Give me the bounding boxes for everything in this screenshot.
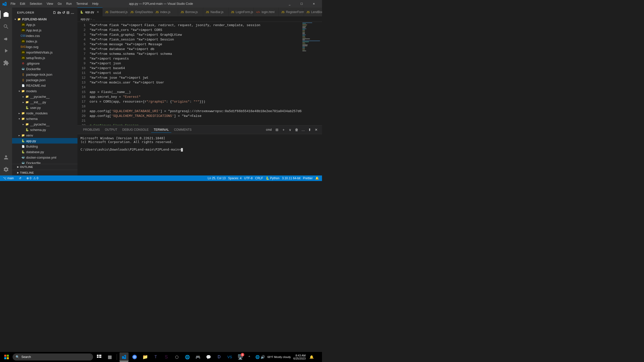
menu-terminal[interactable]: Terminal [74,2,90,6]
tree-item-app-js[interactable]: JSApp.js [12,22,77,27]
tree-item-user-py[interactable]: 🐍user.py [12,105,77,110]
refresh-icon[interactable]: ↺ [62,11,65,15]
eol-status[interactable]: CRLF [254,175,264,181]
code-editor[interactable]: 1"kw">from flask "kw">import Flask, redi… [77,22,302,125]
tree-item-readme-md[interactable]: 📄README.md [12,83,77,88]
explorer-activity-icon[interactable] [0,9,12,21]
menu-view[interactable]: View [45,2,55,6]
tab-apppy[interactable]: 🐍 app.py ✕ [77,8,103,16]
menu-help[interactable]: Help [90,2,101,6]
git-branch-status[interactable]: ⌥ main [2,175,15,181]
run-debug-activity-icon[interactable] [0,45,12,57]
tab-dashboardjs[interactable]: JS Dashboard.js [103,8,128,16]
tree-item-app-test-js[interactable]: JSApp.test.js [12,27,77,33]
extensions-activity-icon[interactable] [0,57,12,69]
menu-file[interactable]: File [9,2,17,6]
maximize-panel-icon[interactable]: ⬆ [307,127,312,132]
split-terminal-icon[interactable]: ⊞ [274,127,280,132]
timeline-header[interactable]: ▶ TIMELINE [12,170,77,175]
tab-lendborrowlan[interactable]: JS LendBorrowLan... [304,8,322,16]
tab-loginformjs[interactable]: JS LoginForm.js [228,8,254,16]
line-number-4: 4 [77,37,90,42]
file-type-icon: JS [21,28,25,32]
language-status[interactable]: 🐍 Python [265,175,280,181]
tree-item-reportwebvitals-js[interactable]: JSreportWebVitals.js [12,50,77,55]
tree-item-docker-compose-yml[interactable]: 🐳docker-compose.yml [12,155,77,160]
tree-item-models[interactable]: ▾📁models [12,88,77,94]
encoding-status[interactable]: UTF-8 [243,175,254,181]
tree-item-p2plend-main[interactable]: ▾📁P2PLEND-MAIN [12,16,77,22]
tree-item-dockerfile[interactable]: 🐳Dockerfile [12,160,77,164]
tab-loginhtml[interactable]: </> login.html [254,8,279,16]
tab-borrowjs[interactable]: JS Borrow.js [178,8,203,16]
panel-tab-output[interactable]: OUTPUT [102,127,120,133]
cursor-position-status[interactable]: Ln 25, Col 13 [207,175,226,181]
tree-item---pycache--[interactable]: ▸📁__pycache__ [12,94,77,99]
tree-item---init---py[interactable]: ▸📁__init__.py [12,99,77,105]
panel-tab-problems[interactable]: PROBLEMS [80,127,102,133]
panel-tab-terminal[interactable]: TERMINAL [151,127,172,133]
panel-tab-debug-console[interactable]: DEBUG CONSOLE [120,127,151,133]
tree-item-index-css[interactable]: CSSindex.css [12,33,77,38]
settings-activity-icon[interactable] [0,163,12,175]
sync-status[interactable]: ↺ [18,175,22,181]
indentation-status[interactable]: Spaces: 4 [227,175,243,181]
new-folder-icon[interactable]: 🗁 [57,11,61,15]
file-arrow-spacer [17,39,21,43]
tree-item-venv[interactable]: ▸📁venv [12,132,77,138]
menu-edit[interactable]: Edit [18,2,27,6]
panel-content[interactable]: Microsoft Windows [Version 10.0.22621.18… [77,134,322,175]
tree-item-setuptests-js[interactable]: JSsetupTests.js [12,55,77,61]
tree-item-logo-svg[interactable]: SVGlogo.svg [12,44,77,50]
folder-icon: 📁 [21,133,25,137]
tree-item-database-py[interactable]: 🐍database.py [12,149,77,155]
tree-item-schema-py[interactable]: 🐍schema.py [12,127,77,132]
line-number-12: 12 [77,75,90,80]
tab-file-icon: JS [281,11,285,14]
tree-item-index-js[interactable]: JSindex.js [12,38,77,44]
tree-item-node-modules[interactable]: ▸📁node_modules [12,110,77,116]
source-control-activity-icon[interactable] [0,33,12,45]
tree-item-package-json[interactable]: {}package.json [12,77,77,83]
editor-body: 1"kw">from flask "kw">import Flask, redi… [77,22,322,125]
add-terminal-icon[interactable]: + [281,127,286,132]
outline-label: OUTLINE [20,165,33,168]
tab-greydashboardjs[interactable]: JS GreyDashboard.js [128,8,153,16]
tab-registerformjs[interactable]: JS RegisterForm.js [279,8,304,16]
feedback-status[interactable]: 🔔 [314,175,320,181]
tab-close-button[interactable]: ✕ [96,10,100,14]
minimap-line-9 [302,30,305,31]
tree-item-dockerfile[interactable]: 🐳Dockerfile [12,66,77,72]
line-number-9: 9 [77,61,90,66]
tree-item--gitignore[interactable]: ⚙.gitignore [12,61,77,66]
code-line-17: 17cors = CORS(app, resources={r"/graphql… [77,99,302,104]
close-panel-icon[interactable]: ✕ [313,127,319,132]
errors-status[interactable]: ⊗ 0 ⚠ 0 [25,175,39,181]
more-panel-icon[interactable]: … [300,127,306,132]
new-file-icon[interactable]: 🗋 [53,11,56,15]
accounts-activity-icon[interactable] [0,151,12,163]
python-version-status[interactable]: 3.10.11 64-bit [281,175,301,181]
trash-terminal-icon[interactable]: 🗑 [294,127,299,132]
tree-item-building[interactable]: 📄Building [12,144,77,149]
menu-run[interactable]: Run [64,2,74,6]
tree-item---pycache--[interactable]: ▸📁__pycache__ [12,121,77,127]
menu-go[interactable]: Go [56,2,64,6]
terminal-dropdown-icon[interactable]: ∨ [287,127,293,132]
tree-item-package-lock-json[interactable]: {}package-lock.json [12,72,77,77]
collapse-all-icon[interactable]: ⊟ [66,11,70,15]
tree-item-app-py[interactable]: 🐍app.py [12,138,77,144]
prettier-status[interactable]: Prettier [302,175,314,181]
more-actions-icon[interactable]: … [71,11,74,15]
search-activity-icon[interactable] [0,21,12,33]
minimize-button[interactable]: ⎯ [284,0,295,8]
tab-navbarjs[interactable]: JS NavBar.js [203,8,228,16]
outline-header[interactable]: ▶ OUTLINE [12,164,77,170]
close-button[interactable]: ✕ [308,0,319,8]
menu-selection[interactable]: Selection [28,2,44,6]
tree-item-schema[interactable]: ▾📁schema [12,116,77,121]
tab-indexjs[interactable]: JS index.js [153,8,178,16]
maximize-button[interactable]: ☐ [296,0,307,8]
line-content-1: "kw">from flask "kw">import Flask, redir… [90,23,302,28]
panel-tab-comments[interactable]: COMMENTS [171,127,194,133]
